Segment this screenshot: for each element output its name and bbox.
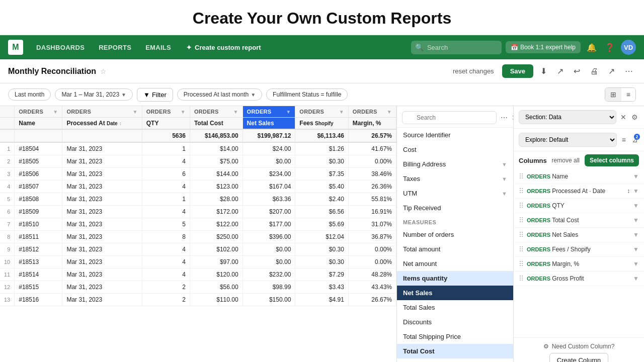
totals-processed (62, 129, 142, 142)
fulfillment-filter-chip[interactable]: Fulfillment Status = fulfille (266, 88, 348, 101)
col-sort-icon[interactable]: ↕ (627, 188, 630, 195)
sparkle-icon: ✦ (186, 44, 192, 51)
columns-close-btn[interactable]: ✕ (619, 112, 627, 122)
nav-create-report[interactable]: ✦ Create custom report (180, 41, 267, 54)
field-item-cost[interactable]: Cost (397, 142, 513, 157)
logo[interactable]: M (8, 40, 23, 55)
field-item-items-qty[interactable]: Items quantity (397, 271, 513, 286)
columns-settings-btn[interactable]: ⚙ (630, 112, 639, 122)
field-item-source[interactable]: Source Identifier (397, 128, 513, 142)
col-expand-icon[interactable]: ▼ (633, 260, 639, 267)
col-arrow-name[interactable]: ▼ (53, 109, 58, 115)
table-row[interactable]: 6 #18509 Mar 31, 2023 4 $172.00 $207.00 … (0, 206, 396, 218)
bell-icon[interactable]: 🔔 (585, 41, 599, 54)
explore-select[interactable]: Explore: Default (519, 133, 617, 147)
col-expand-icon[interactable]: ▼ (633, 246, 639, 253)
drag-handle-icon[interactable]: ⠿ (519, 231, 524, 239)
col-expand-icon[interactable]: ▼ (633, 188, 639, 195)
th-totalcost[interactable]: Total Cost (190, 118, 243, 130)
more-options-icon[interactable]: ⋯ (622, 64, 636, 78)
field-item-net-amount[interactable]: Net amount (397, 256, 513, 271)
table-row[interactable]: 8 #18511 Mar 31, 2023 8 $250.00 $396.00 … (0, 231, 396, 243)
th-processed[interactable]: Processed At Date ↕ (62, 118, 142, 130)
sort-icon-btn[interactable]: ≡ (621, 135, 627, 145)
totals-qty: 5636 (142, 129, 190, 142)
drag-handle-icon[interactable]: ⠿ (519, 260, 524, 268)
table-row[interactable]: 5 #18508 Mar 31, 2023 1 $28.00 $63.36 $2… (0, 193, 396, 206)
field-item-utm[interactable]: UTM ▼ (397, 186, 513, 201)
book-expert-btn[interactable]: 📅 Book 1:1 expert help (506, 41, 581, 53)
th-name[interactable]: Name (15, 118, 62, 130)
help-icon[interactable]: ❓ (603, 41, 617, 54)
filter-btn[interactable]: ▼ Filter (137, 88, 173, 102)
col-expand-icon[interactable]: ▼ (633, 173, 639, 180)
th-netsales[interactable]: Net Sales (243, 118, 295, 130)
external-link-icon[interactable]: ↗ (605, 64, 618, 78)
nav-search-input[interactable] (411, 41, 502, 54)
remove-all-btn[interactable]: remove all (552, 157, 580, 164)
drag-handle-icon[interactable]: ⠿ (519, 202, 524, 210)
toolbar: Last month Mar 1 – Mar 31, 2023 ▼ ▼ Filt… (0, 83, 644, 106)
table-row[interactable]: 4 #18507 Mar 31, 2023 4 $123.00 $167.04 … (0, 180, 396, 193)
col-expand-icon[interactable]: ▼ (633, 217, 639, 224)
field-more-btn[interactable]: ⋯ (500, 113, 509, 123)
field-item-total-cost[interactable]: Total Cost (397, 344, 513, 358)
drag-handle-icon[interactable]: ⠿ (519, 187, 524, 195)
share-icon[interactable]: ↗ (554, 64, 567, 78)
field-item-discounts[interactable]: Discounts (397, 315, 513, 329)
table-row[interactable]: 12 #18515 Mar 31, 2023 2 $56.00 $98.99 $… (0, 281, 396, 294)
favorite-icon[interactable]: ☆ (100, 67, 107, 75)
field-item-billing[interactable]: Billing Address ▼ (397, 157, 513, 171)
cell-netsales: $24.00 (243, 142, 295, 155)
th-qty[interactable]: QTY (142, 118, 190, 130)
field-item-net-sales[interactable]: Net Sales (397, 286, 513, 300)
save-btn[interactable]: Save (502, 64, 533, 78)
create-column-btn[interactable]: Create Column (549, 353, 608, 362)
processed-at-filter-chip[interactable]: Processed At last month ▼ (177, 88, 262, 101)
table-row[interactable]: 11 #18514 Mar 31, 2023 4 $120.00 $232.00… (0, 268, 396, 281)
list-view-btn[interactable]: ≡ (621, 88, 635, 101)
col-arrow-fees[interactable]: ▼ (339, 109, 344, 115)
drag-handle-icon[interactable]: ⠿ (519, 216, 524, 224)
col-expand-icon[interactable]: ▼ (633, 275, 639, 282)
section-select[interactable]: Section: Data (519, 110, 616, 124)
table-row[interactable]: 1 #18504 Mar 31, 2023 1 $14.00 $24.00 $1… (0, 142, 396, 155)
col-arrow-totalcost[interactable]: ▼ (233, 109, 238, 115)
drag-handle-icon[interactable]: ⠿ (519, 275, 524, 283)
field-item-num-orders[interactable]: Number of orders (397, 227, 513, 242)
col-arrow-margin[interactable]: ▼ (387, 109, 392, 115)
table-row[interactable]: 2 #18505 Mar 31, 2023 4 $75.00 $0.00 $0.… (0, 155, 396, 168)
field-item-shipping[interactable]: Total Shipping Price (397, 329, 513, 344)
print-icon[interactable]: 🖨 (587, 65, 601, 78)
table-row[interactable]: 10 #18513 Mar 31, 2023 4 $97.00 $0.00 $0… (0, 256, 396, 268)
nav-dashboards[interactable]: DASHBOARDS (31, 41, 90, 54)
download-icon[interactable]: ⬇ (537, 64, 550, 78)
th-fees[interactable]: Fees Shopify (295, 118, 349, 130)
field-item-tip[interactable]: Tip Received (397, 201, 513, 215)
col-expand-icon[interactable]: ▼ (633, 231, 639, 238)
drag-handle-icon[interactable]: ⠿ (519, 172, 524, 180)
undo-icon[interactable]: ↩ (571, 64, 583, 78)
grid-view-btn[interactable]: ⊞ (605, 88, 621, 101)
nav-reports[interactable]: REPORTS (94, 41, 136, 54)
field-item-taxes[interactable]: Taxes ▼ (397, 171, 513, 186)
th-margin[interactable]: Margin, % (348, 118, 396, 130)
reset-changes-btn[interactable]: reset changes (453, 67, 494, 75)
table-row[interactable]: 9 #18512 Mar 31, 2023 4 $102.00 $0.00 $0… (0, 243, 396, 256)
table-row[interactable]: 13 #18516 Mar 31, 2023 2 $110.00 $150.00… (0, 294, 396, 306)
date-range-chip[interactable]: Mar 1 – Mar 31, 2023 ▼ (55, 88, 133, 101)
col-arrow-processed[interactable]: ▼ (133, 109, 138, 115)
table-row[interactable]: 3 #18506 Mar 31, 2023 6 $144.00 $234.00 … (0, 168, 396, 180)
col-arrow-netsales[interactable]: ▼ (286, 109, 291, 115)
nav-emails[interactable]: EMAILS (140, 41, 176, 54)
table-row[interactable]: 7 #18510 Mar 31, 2023 5 $122.00 $177.00 … (0, 218, 396, 231)
date-preset-chip[interactable]: Last month (8, 88, 51, 101)
field-search-input[interactable] (402, 111, 497, 124)
drag-handle-icon[interactable]: ⠿ (519, 245, 524, 253)
col-arrow-qty[interactable]: ▼ (181, 109, 186, 115)
user-avatar[interactable]: VD (621, 40, 636, 55)
field-item-total-sales[interactable]: Total Sales (397, 300, 513, 315)
select-columns-btn[interactable]: Select columns (585, 154, 639, 166)
field-item-total-amount[interactable]: Total amount (397, 242, 513, 256)
col-expand-icon[interactable]: ▼ (633, 202, 639, 209)
